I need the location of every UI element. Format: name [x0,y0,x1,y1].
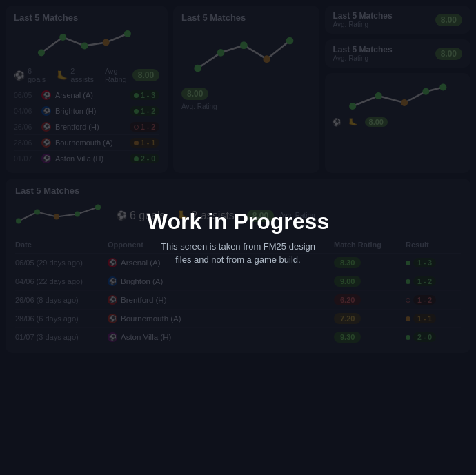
overlay-box: Work in Progress This screen is taken fr… [126,195,350,281]
work-in-progress-overlay: Work in Progress This screen is taken fr… [0,0,476,475]
overlay-subtitle: This screen is taken from FM25 designfil… [147,240,329,267]
overlay-title: Work in Progress [147,209,329,234]
